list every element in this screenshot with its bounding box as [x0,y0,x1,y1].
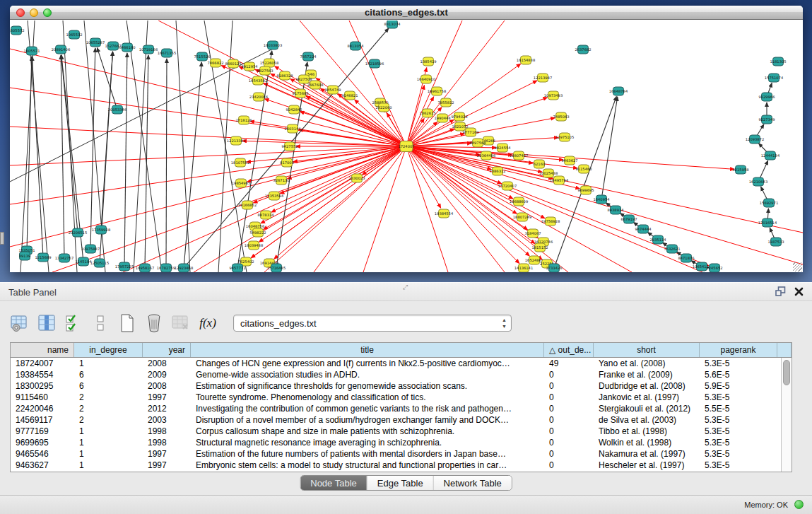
graph-node[interactable]: 8313074 [384,21,401,28]
graph-node[interactable]: 7466822 [207,59,223,67]
graph-node[interactable]: 1181305 [770,57,786,66]
table-mode-icon[interactable] [10,313,30,334]
window-resize-grip-icon[interactable] [793,262,802,271]
graph-node[interactable]: 15226058 [260,59,278,67]
graph-node[interactable]: 1640954 [593,195,610,204]
graph-node[interactable]: 19166852 [238,201,257,209]
graph-node[interactable]: 17016514 [758,218,777,227]
graph-node[interactable]: 1215689 [35,253,51,262]
graph-node[interactable]: 14136141 [514,264,533,272]
graph-node[interactable]: 7857224 [300,52,317,61]
graph-node[interactable]: 20053346 [108,105,126,114]
table-selector[interactable]: citations_edges.txt ▲▼ [233,315,512,332]
graph-node[interactable]: 39139 [19,252,31,260]
table-row[interactable]: 969969511998Structural magnetic resonanc… [11,437,781,448]
tab-node-table[interactable]: Node Table [300,476,367,490]
graph-node[interactable]: 9115460 [575,165,592,173]
graph-node[interactable]: 12975105 [555,133,574,141]
graph-node[interactable]: 20891406 [52,45,70,54]
delete-table-icon[interactable] [171,313,191,334]
graph-node[interactable]: 10973493 [544,91,563,100]
graph-node[interactable]: 16782759 [157,264,175,272]
graph-node[interactable]: 18807249 [513,213,531,221]
table-row[interactable]: 911546021997Tourette syndrome. Phenomeno… [11,392,781,403]
new-column-icon[interactable] [117,313,137,334]
table-row[interactable]: 1938455462009Genome-wide association stu… [11,369,781,380]
graph-node[interactable]: 16210643 [749,177,767,186]
graph-node[interactable]: 16039488 [245,241,263,250]
graph-node[interactable]: 6466160 [119,43,135,52]
column-header-short[interactable]: short [594,343,700,357]
unselect-rows-icon[interactable] [90,313,110,334]
graph-node[interactable]: 7485063 [553,112,569,121]
table-row[interactable]: 1830029562008Estimation of significance … [11,380,781,392]
graph-node[interactable]: 7515526 [194,52,210,61]
table-row[interactable]: 1456911722003Disruption of a novel membe… [11,414,781,426]
tab-network-table[interactable]: Network Table [434,476,512,490]
graph-node[interactable]: 1605571 [23,47,40,55]
graph-node[interactable]: 2637682 [575,45,591,54]
graph-node[interactable]: 12093872 [746,135,764,144]
scrollbar-thumb[interactable] [783,360,790,385]
graph-node[interactable]: 9227349 [758,115,775,124]
vertical-scrollbar[interactable] [781,358,792,472]
column-header-pagerank[interactable]: pagerank [700,343,777,357]
graph-node[interactable]: 10975887 [81,245,100,253]
close-panel-icon[interactable] [794,287,804,296]
graph-node[interactable]: 7955812 [437,98,454,107]
graph-node[interactable]: 2935114 [649,235,666,244]
column-header-outde[interactable]: △ out_de... [544,343,594,357]
show-column-icon[interactable] [37,313,57,334]
graph-node[interactable]: 10719166 [139,45,158,54]
graph-node[interactable]: 16640910 [417,75,435,83]
graph-node[interactable]: 1187533 [767,238,784,246]
column-header-title[interactable]: title [191,343,544,357]
graph-node[interactable]: 12444134 [761,151,780,160]
panel-resize-handle-icon[interactable]: ⤢ [403,284,408,291]
graph-node[interactable]: 10655287 [86,38,105,47]
graph-node[interactable]: 18107552 [231,158,249,167]
column-header-name[interactable]: name [11,343,74,357]
graph-node[interactable]: 9129966 [758,93,775,101]
graph-node[interactable]: 10807487 [510,151,528,160]
tab-edge-table[interactable]: Edge Table [367,476,434,490]
network-window-titlebar[interactable]: citations_edges.txt [10,6,803,20]
table-row[interactable]: 977716911998Corpus callosum shape and si… [11,426,781,437]
table-row[interactable]: 1872400712008Changes of HCN gene express… [11,358,781,369]
graph-node[interactable]: 9824554 [494,144,511,152]
column-header-year[interactable]: year [143,343,191,357]
network-canvas[interactable]: 1724007746682286601258912954152260589827… [10,21,803,272]
graph-node[interactable]: 16648784 [609,87,628,95]
delete-column-icon[interactable] [144,313,164,334]
table-row[interactable]: 946554611997Estimation of the future num… [11,448,781,460]
graph-node[interactable]: 12505115 [90,259,109,267]
graph-node[interactable]: 1065532 [66,30,82,39]
graph-node[interactable]: 19854985 [232,179,250,187]
table-row[interactable]: 946362711997Embryonic stem cells: a mode… [11,460,781,471]
graph-node[interactable]: 1990448 [434,114,450,122]
graph-node[interactable]: 16671355 [158,49,176,57]
graph-node[interactable]: 17359928 [92,226,110,234]
graph-node[interactable]: 16154838 [517,56,535,64]
graph-node[interactable]: 19756928 [541,217,560,226]
graph-node[interactable]: 817003 [280,158,294,167]
graph-node[interactable]: 16033803 [264,41,282,49]
graph-node[interactable]: 8813054 [347,42,364,50]
select-all-icon[interactable] [64,313,83,334]
graph-node[interactable]: 1724007 [398,141,414,152]
graph-node[interactable]: 19384554 [435,209,454,218]
column-header-indegree[interactable]: in_degree [74,343,143,357]
graph-node[interactable]: 62160 [534,160,546,168]
graph-node[interactable]: 9699695 [577,186,594,194]
graph-node[interactable]: 7632621 [664,245,680,253]
graph-node[interactable]: 15692971 [760,199,778,207]
graph-node[interactable]: 9427552 [281,142,298,151]
graph-node[interactable]: 3267130 [273,176,289,185]
graph-node[interactable]: 13342757 [55,254,73,262]
table-row[interactable]: 2242004622012Investigating the contribut… [11,403,781,414]
graph-node[interactable]: 15218596 [365,59,384,68]
graph-node[interactable]: 15751074 [765,74,784,82]
graph-node[interactable]: 9474444 [635,225,652,233]
graph-node[interactable]: 1385419 [420,57,436,66]
graph-node[interactable]: 6679197 [620,215,637,223]
